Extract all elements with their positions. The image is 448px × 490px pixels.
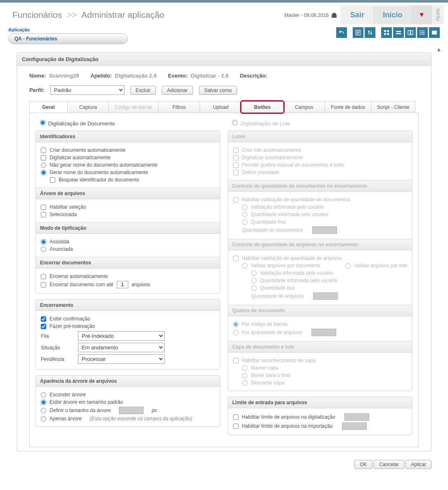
lock-id[interactable]: [50, 177, 55, 183]
application-value: QA - Funcionários: [14, 36, 57, 42]
svg-point-13: [420, 34, 420, 34]
grid-icon[interactable]: [381, 27, 392, 38]
no-gen-name[interactable]: [41, 163, 46, 168]
enable-cover: [233, 358, 238, 363]
typing-assisted[interactable]: [41, 239, 46, 245]
svg-rect-7: [396, 31, 401, 32]
close-upto-value[interactable]: [117, 281, 128, 288]
tab-barcode[interactable]: Código de barras: [108, 101, 158, 113]
list-icon[interactable]: [417, 27, 428, 38]
ok-button[interactable]: OK: [354, 460, 372, 469]
limit-scan[interactable]: [233, 415, 238, 420]
batches-title: Lotes: [228, 131, 412, 142]
scan-batch-input[interactable]: [232, 120, 238, 125]
tab-geral[interactable]: Geral: [29, 101, 68, 113]
svg-rect-9: [408, 31, 410, 35]
desc-label: Descrição:: [240, 73, 267, 79]
typing-title: Modo de tipificação: [36, 222, 220, 234]
tab-upload[interactable]: Upload: [200, 101, 242, 113]
break-barcode: [233, 322, 238, 327]
info-line: Nome: Scanning28 Apelido: Digitalização …: [29, 73, 419, 79]
help-tab[interactable]: Ajuda: [431, 5, 444, 24]
exit-button[interactable]: Sair: [341, 5, 373, 24]
undo-icon[interactable]: [336, 27, 347, 38]
hide-tree[interactable]: [41, 392, 46, 398]
layout2-icon[interactable]: [405, 27, 416, 38]
toolbar: [336, 27, 440, 38]
scan-batch-radio[interactable]: Digitalização de Lote: [230, 119, 413, 127]
pending-select[interactable]: Processar: [78, 354, 165, 364]
default-tree[interactable]: [41, 400, 46, 405]
form-icon[interactable]: [353, 27, 363, 38]
add-button[interactable]: Adicionar: [162, 86, 193, 95]
tab-fonte[interactable]: Fonte de dados: [325, 101, 371, 113]
set-tree-size[interactable]: [41, 408, 46, 413]
application-selector[interactable]: QA - Funcionários: [8, 33, 128, 44]
scan-doc-input[interactable]: [40, 120, 45, 125]
config-panel: Configuração de Digitalização Nome: Scan…: [17, 52, 431, 452]
limit-fieldset: Limite de entrada para arquivos Habilita…: [228, 397, 413, 435]
svg-point-1: [368, 31, 370, 33]
closedocs-title: Encerrar documentos: [36, 257, 220, 269]
detail-icon[interactable]: [429, 27, 440, 38]
event-label: Evento:: [168, 73, 188, 79]
delete-button[interactable]: Excluir: [130, 86, 156, 95]
file-user-valid: [251, 271, 257, 276]
dropdown-button[interactable]: ▼: [411, 5, 431, 24]
pending-label: Pendência: [41, 356, 78, 362]
auto-create-doc[interactable]: [41, 148, 46, 153]
tree-only[interactable]: [41, 416, 46, 422]
auto-close[interactable]: [41, 274, 46, 279]
collapse-icon[interactable]: ▲: [0, 47, 448, 52]
tree-size-input[interactable]: [119, 407, 144, 414]
typing-announced[interactable]: [41, 247, 46, 252]
svg-rect-8: [396, 33, 401, 34]
tab-content: Digitalização de Documento Identificador…: [29, 113, 419, 447]
scan-batch-label: Digitalização de Lote: [241, 120, 290, 127]
tab-script[interactable]: Script - Cliente: [371, 101, 415, 113]
svg-rect-3: [384, 30, 386, 32]
svg-rect-4: [387, 30, 389, 32]
limit-import[interactable]: [233, 424, 238, 429]
limit-scan-input[interactable]: [344, 413, 369, 421]
file-fixed-qty: [251, 285, 257, 291]
profile-select[interactable]: Padrão: [50, 85, 125, 95]
profile-row: Perfil: Padrão Excluir Adicionar Salvar …: [29, 85, 419, 95]
breadcrumb-b: Administrar aplicação: [81, 10, 164, 19]
svg-rect-6: [387, 33, 389, 35]
layout1-icon[interactable]: [393, 27, 404, 38]
preindex[interactable]: [41, 324, 46, 329]
saveas-button[interactable]: Salvar como: [199, 86, 237, 95]
selected[interactable]: [41, 212, 46, 217]
tab-captura[interactable]: Captura: [67, 101, 109, 113]
auto-scan-batch: [233, 155, 238, 160]
set-priority: [233, 170, 238, 175]
enable-selection[interactable]: [41, 205, 46, 210]
show-confirm[interactable]: [41, 316, 46, 322]
scan-doc-radio[interactable]: Digitalização de Documento: [38, 119, 220, 127]
status-select[interactable]: Em andamento: [78, 343, 165, 352]
closing-fieldset: Encerramento Exibir confirmação Fazer pr…: [35, 299, 220, 370]
home-button[interactable]: Início: [373, 5, 411, 24]
tab-filtros[interactable]: Filtros: [158, 101, 200, 113]
right-col: Digitalização de Lote Lotes Criar lote a…: [228, 119, 413, 441]
file-qty-input: [313, 292, 338, 300]
apply-button[interactable]: Aplicar: [406, 460, 431, 469]
panel-title: Configuração de Digitalização: [17, 53, 431, 66]
close-upto[interactable]: [41, 282, 46, 287]
doc-user-qty: [242, 212, 248, 217]
svg-rect-10: [411, 31, 413, 35]
doc-fixed-qty: [242, 219, 248, 225]
application-label: Aplicação: [8, 27, 128, 32]
auto-scan-doc[interactable]: [41, 155, 46, 160]
identifiers-fieldset: Identificadores Criar documento automati…: [35, 131, 220, 294]
cover-move: [242, 373, 248, 378]
limit-import-input[interactable]: [342, 422, 367, 430]
alias-label: Apelido:: [90, 73, 112, 79]
cancel-button[interactable]: Cancelar: [374, 460, 404, 469]
gen-name[interactable]: [41, 170, 46, 175]
tab-botoes[interactable]: Botões: [241, 101, 283, 113]
tools-icon[interactable]: [365, 27, 375, 38]
tab-campos[interactable]: Campos: [283, 101, 325, 113]
queue-select[interactable]: Pré-Indexado: [78, 331, 165, 341]
